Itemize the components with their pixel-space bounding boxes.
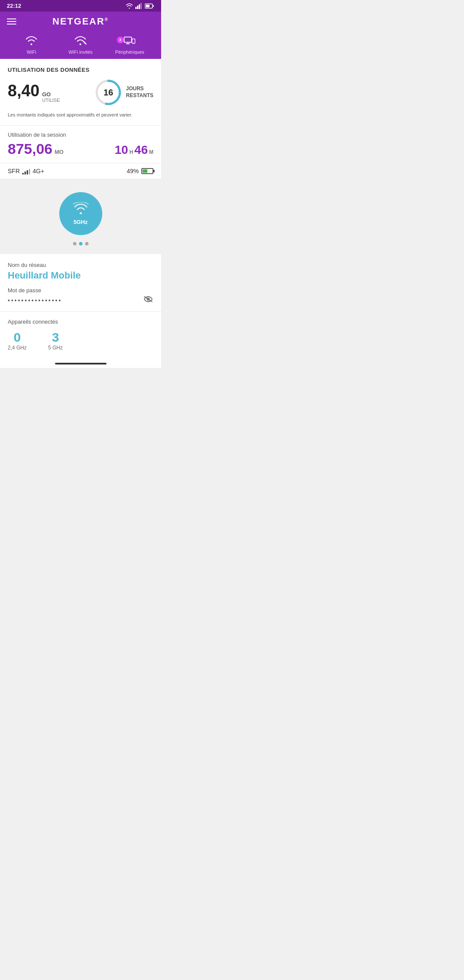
svg-rect-3 [140, 3, 142, 9]
password-row: •••••••••••••••• [8, 295, 153, 305]
svg-line-7 [84, 42, 86, 44]
battery-percent: 49% [127, 168, 139, 175]
wifi-band-circle[interactable]: 5GHz [59, 192, 102, 235]
carousel-section: 5GHz [0, 179, 161, 254]
network-type: 4G+ [33, 168, 44, 175]
peripheriques-badge: 3 [117, 37, 124, 43]
signal-bar-4 [29, 169, 30, 175]
logo: NETGEAR® [16, 16, 145, 27]
signal-bar-3 [27, 170, 28, 175]
data-usage-title: UTILISATION DES DONNÉES [8, 67, 153, 73]
signal-status-icon [135, 3, 142, 9]
svg-rect-1 [137, 6, 138, 9]
password-label: Mot de passe [8, 287, 153, 294]
network-section: Nom du réseau Heuillard Mobile Mot de pa… [0, 254, 161, 312]
session-hours-unit: H [129, 149, 133, 155]
svg-rect-6 [153, 5, 154, 7]
wifi-band-label: 5GHz [73, 219, 88, 225]
data-number: 8,40 [8, 83, 40, 99]
svg-rect-8 [124, 37, 132, 42]
device-5ghz-count: 3 [52, 331, 59, 344]
wifi-band-icon [73, 202, 89, 217]
svg-rect-0 [135, 7, 137, 9]
svg-rect-2 [139, 4, 140, 9]
wifi-invites-tab-icon [74, 36, 86, 48]
data-unit-block: GO UTILISE [42, 91, 60, 103]
data-unit-go: GO [42, 91, 60, 98]
status-bar: 22:12 [0, 0, 161, 12]
status-time: 22:12 [7, 3, 21, 9]
battery-fill [143, 169, 147, 173]
svg-rect-5 [146, 5, 150, 7]
signal-left: SFR 4G+ [8, 168, 44, 175]
days-label-jours: JOURS [126, 86, 153, 92]
network-name-value: Heuillard Mobile [8, 270, 153, 281]
tab-wifi-invites[interactable]: WiFi invités [56, 32, 105, 59]
session-hours: 10 [115, 143, 128, 157]
logo-text: NETGEAR® [52, 16, 109, 27]
session-minutes-unit: M [149, 149, 153, 155]
carousel-dots [73, 242, 89, 245]
data-usage-row: 8,40 GO UTILISE 16 JOURS RESTANTS [8, 79, 153, 106]
header: NETGEAR® WiFi [0, 12, 161, 59]
wifi-status-icon [126, 3, 133, 9]
devices-row: 0 2,4 GHz 3 5 GHz [8, 331, 153, 351]
signal-bar-1 [22, 173, 24, 175]
main-content: UTILISATION DES DONNÉES 8,40 GO UTILISE … [0, 59, 161, 359]
network-name-label: Nom du réseau [8, 262, 153, 268]
session-mo-unit: MO [55, 149, 64, 155]
dot-1[interactable] [73, 242, 76, 245]
wifi-invites-tab-label: WiFi invités [68, 49, 92, 55]
battery-icon [141, 168, 153, 174]
tab-peripheriques[interactable]: 3 Périphériques [105, 32, 154, 59]
signal-row: SFR 4G+ 49% [0, 163, 161, 179]
session-section: Utilisation de la session 875,06 MO 10 H… [0, 126, 161, 163]
toggle-password-icon[interactable] [143, 295, 153, 305]
session-minutes: 46 [134, 143, 148, 157]
home-bar [55, 363, 107, 364]
battery-right: 49% [127, 168, 153, 175]
status-icons [126, 3, 154, 9]
signal-bars [22, 168, 30, 175]
device-24ghz: 0 2,4 GHz [8, 331, 27, 351]
data-usage-section: UTILISATION DES DONNÉES 8,40 GO UTILISE … [0, 59, 161, 126]
devices-section: Appareils connectés 0 2,4 GHz 3 5 GHz [0, 312, 161, 359]
nav-tabs: WiFi WiFi invités [7, 32, 154, 59]
data-used: 8,40 GO UTILISE [8, 83, 60, 103]
session-mo-number: 875,06 [8, 141, 52, 156]
dot-3[interactable] [85, 242, 89, 245]
wifi-tab-icon [25, 36, 37, 48]
peripheriques-tab-icon: 3 [124, 36, 136, 48]
session-mo: 875,06 MO [8, 141, 64, 156]
peripheriques-tab-label: Périphériques [115, 49, 144, 55]
wifi-tab-label: WiFi [27, 49, 36, 55]
session-stats: 875,06 MO 10 H 46 M [8, 141, 153, 157]
home-indicator [0, 359, 161, 368]
password-masked: •••••••••••••••• [8, 297, 62, 304]
session-time: 10 H 46 M [115, 143, 153, 157]
device-5ghz-label: 5 GHz [48, 345, 63, 351]
circle-progress: 16 [95, 79, 122, 106]
device-24ghz-label: 2,4 GHz [8, 345, 27, 351]
device-5ghz: 3 5 GHz [48, 331, 63, 351]
devices-title: Appareils connectés [8, 318, 153, 325]
days-label-restants: RESTANTS [126, 92, 153, 99]
battery-status-icon [145, 3, 154, 9]
data-unit-label: UTILISE [42, 98, 60, 103]
carrier-name: SFR [8, 168, 20, 175]
tab-wifi[interactable]: WiFi [7, 32, 56, 59]
days-block: JOURS RESTANTS [126, 86, 153, 99]
dot-2[interactable] [79, 242, 82, 245]
days-number: 16 [104, 88, 113, 98]
device-24ghz-count: 0 [14, 331, 21, 344]
hamburger-menu[interactable] [7, 18, 16, 24]
circle-container: 16 JOURS RESTANTS [95, 79, 153, 106]
data-note: Les montants indiqués sont approximatifs… [8, 112, 153, 118]
session-title: Utilisation de la session [8, 132, 153, 138]
signal-bar-2 [24, 172, 26, 175]
